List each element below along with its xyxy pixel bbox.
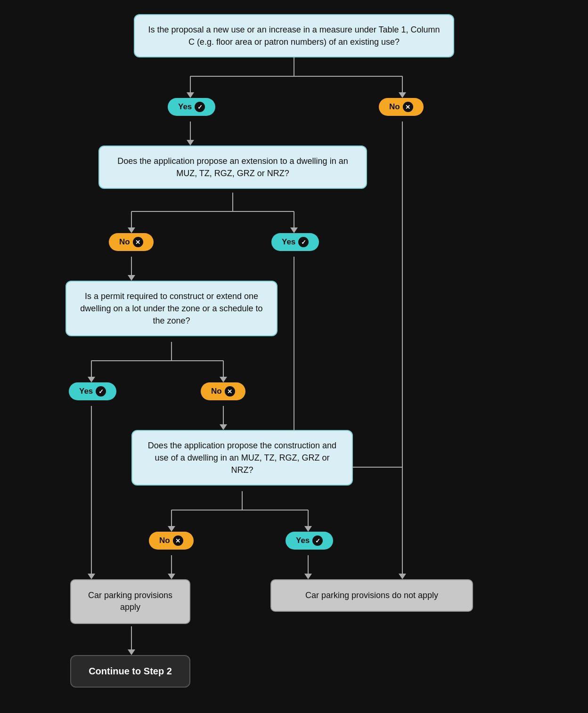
no-pill-q2: No ✕ (109, 233, 154, 251)
yes-label-q1: Yes (178, 102, 192, 112)
flowchart: Is the proposal a new use or an increase… (35, 14, 553, 707)
no-icon-q4: ✕ (173, 535, 183, 546)
svg-marker-11 (128, 227, 135, 233)
result-not-apply-text: Car parking provisions do not apply (305, 591, 438, 600)
svg-marker-27 (168, 526, 175, 532)
svg-marker-33 (304, 574, 312, 579)
svg-marker-7 (187, 140, 194, 146)
yes-icon-q3: ✓ (96, 386, 106, 397)
question-1-text: Is the proposal a new use or an increase… (148, 25, 440, 47)
svg-marker-15 (128, 275, 135, 281)
svg-marker-31 (168, 574, 175, 579)
no-icon-q3: ✕ (225, 386, 235, 397)
svg-marker-35 (88, 574, 95, 579)
svg-marker-29 (304, 526, 312, 532)
question-3-text: Is a permit required to construct or ext… (80, 292, 262, 325)
svg-marker-23 (220, 424, 227, 430)
question-1-box: Is the proposal a new use or an increase… (134, 14, 454, 57)
question-2-text: Does the application propose an extensio… (117, 156, 348, 178)
yes-label-q2: Yes (282, 237, 295, 247)
yes-pill-q4: Yes ✓ (286, 532, 333, 550)
yes-icon-q4: ✓ (312, 535, 323, 546)
question-3-box: Is a permit required to construct or ext… (65, 281, 278, 336)
yes-pill-q3: Yes ✓ (69, 382, 116, 400)
no-icon-q2: ✕ (133, 237, 143, 247)
no-pill-q4: No ✕ (149, 532, 194, 550)
question-4-box: Does the application propose the constru… (131, 430, 353, 486)
no-label-q4: No (159, 536, 170, 545)
yes-pill-q1: Yes ✓ (168, 98, 215, 116)
no-label-q2: No (119, 237, 130, 247)
result-apply-text: Car parking provisions apply (88, 591, 172, 612)
continue-label: Continue to Step 2 (89, 666, 172, 676)
no-pill-q3: No ✕ (201, 382, 245, 400)
result-apply-box: Car parking provisions apply (70, 579, 190, 624)
no-label-q1: No (389, 102, 400, 112)
question-2-box: Does the application propose an extensio… (98, 146, 367, 189)
no-icon-q1: ✕ (403, 102, 413, 112)
no-pill-q1: No ✕ (379, 98, 424, 116)
continue-button[interactable]: Continue to Step 2 (70, 655, 190, 688)
no-label-q3: No (211, 387, 222, 396)
svg-marker-19 (88, 377, 95, 382)
yes-label-q4: Yes (296, 536, 310, 545)
yes-icon-q1: ✓ (195, 102, 205, 112)
yes-label-q3: Yes (79, 387, 93, 396)
svg-marker-5 (399, 92, 406, 98)
yes-pill-q2: Yes ✓ (271, 233, 319, 251)
question-4-text: Does the application propose the constru… (148, 441, 336, 475)
result-not-apply-box: Car parking provisions do not apply (270, 579, 473, 612)
svg-marker-21 (220, 377, 227, 382)
svg-marker-40 (399, 574, 406, 579)
svg-marker-13 (290, 227, 298, 233)
yes-icon-q2: ✓ (298, 237, 309, 247)
svg-marker-42 (128, 649, 135, 655)
svg-marker-3 (187, 92, 194, 98)
